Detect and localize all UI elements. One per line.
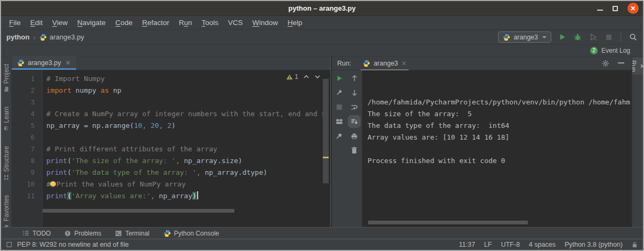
line-number[interactable]: 4 bbox=[12, 108, 42, 120]
line-number[interactable]: 1 bbox=[12, 73, 42, 85]
clear-all-icon[interactable] bbox=[350, 146, 358, 155]
navigation-toolbar: python › arange3.py arange3 bbox=[1, 30, 643, 45]
gear-icon[interactable] bbox=[602, 60, 609, 67]
editor[interactable]: 1234567891011 # Import Numpyimport numpy… bbox=[12, 70, 330, 227]
todo-list-icon bbox=[22, 230, 29, 236]
line-number[interactable]: 9 bbox=[12, 167, 42, 179]
tool-window-button-terminal[interactable]: Terminal bbox=[115, 230, 149, 237]
prev-warning-icon[interactable] bbox=[303, 75, 309, 79]
run-tab-arange3[interactable]: arange3 ✕ bbox=[358, 56, 411, 70]
toolbar-divider bbox=[621, 33, 621, 42]
breadcrumb-project[interactable]: python bbox=[6, 33, 29, 41]
settings-wrench-icon[interactable] bbox=[335, 88, 344, 97]
intention-bulb-icon[interactable] bbox=[50, 181, 56, 187]
tool-window-button-structure[interactable]: Structure bbox=[3, 146, 10, 180]
status-widget[interactable]: 11:37 bbox=[459, 241, 475, 248]
warning-stripe-mark[interactable] bbox=[323, 157, 329, 158]
status-widget[interactable]: Python 3.8 (python) bbox=[565, 241, 623, 248]
code-line-8[interactable]: print('The size of the array: ', np_arra… bbox=[43, 155, 330, 167]
line-number[interactable]: 10 bbox=[12, 179, 42, 190]
menu-help[interactable]: Help bbox=[283, 19, 307, 27]
restore-layout-icon[interactable] bbox=[335, 117, 344, 126]
editor-vertical-scrollbar[interactable] bbox=[323, 79, 329, 183]
up-stack-icon[interactable] bbox=[350, 74, 358, 83]
title-bar: python – arange3.py ✕ bbox=[1, 1, 643, 16]
menu-code[interactable]: Code bbox=[110, 19, 137, 27]
tool-window-button-favorites[interactable]: Favorites bbox=[3, 195, 10, 227]
code-line-11[interactable]: print('Array values are:', np_array) bbox=[43, 190, 330, 202]
search-everywhere-icon[interactable] bbox=[629, 33, 638, 42]
status-widget[interactable]: LF bbox=[484, 241, 492, 248]
editor-horizontal-scrollbar[interactable] bbox=[43, 209, 234, 213]
menu-window[interactable]: Window bbox=[248, 19, 283, 27]
console-line: Array values are: [10 12 14 16 18] bbox=[368, 132, 632, 143]
menu-vcs[interactable]: VCS bbox=[223, 19, 248, 27]
line-number[interactable]: 3 bbox=[12, 96, 42, 108]
event-log-badge[interactable]: 2 bbox=[590, 47, 598, 54]
editor-tab-arange3[interactable]: arange3.py ✕ bbox=[12, 56, 76, 70]
pin-icon[interactable] bbox=[335, 132, 344, 140]
code-line-4[interactable]: # Create a NumPy array of integer number… bbox=[43, 108, 330, 120]
tool-window-button-run[interactable]: Run bbox=[632, 58, 643, 75]
code-line-7[interactable]: # Print different attributes of the arra… bbox=[43, 143, 330, 155]
code-line-10[interactable]: #Print the values of NumPy array bbox=[43, 179, 330, 190]
line-number[interactable]: 8 bbox=[12, 155, 42, 167]
warning-indicator[interactable]: 1 bbox=[286, 73, 298, 80]
tab-close-icon[interactable]: ✕ bbox=[66, 59, 71, 67]
code-line-9[interactable]: print('The data type of the array: ', np… bbox=[43, 167, 330, 179]
line-number[interactable]: 7 bbox=[12, 143, 42, 155]
tool-window-button-todo[interactable]: TODO bbox=[22, 230, 51, 237]
tab-close-icon[interactable]: ✕ bbox=[401, 60, 406, 67]
status-widget[interactable]: UTF-8 bbox=[501, 241, 519, 248]
line-number[interactable]: 6 bbox=[12, 132, 42, 143]
menu-run[interactable]: Run bbox=[174, 19, 197, 27]
close-button[interactable]: ✕ bbox=[627, 3, 639, 14]
code-token: ( bbox=[67, 192, 71, 200]
menu-tools[interactable]: Tools bbox=[197, 19, 223, 27]
editor-gutter: 1234567891011 bbox=[12, 70, 43, 227]
debug-icon[interactable] bbox=[573, 33, 582, 42]
event-log-label[interactable]: Event Log bbox=[601, 47, 630, 54]
menu-navigate[interactable]: Navigate bbox=[72, 19, 110, 27]
run-console[interactable]: /home/fahmida/PycharmProjects/python/ven… bbox=[362, 70, 632, 227]
warning-triangle-icon bbox=[286, 74, 293, 80]
python-icon bbox=[363, 60, 370, 67]
line-number[interactable]: 5 bbox=[12, 120, 42, 132]
console-horizontal-scrollbar[interactable] bbox=[368, 221, 528, 224]
inspection-widget[interactable]: 1 bbox=[286, 73, 321, 80]
tool-window-label: Run bbox=[632, 60, 637, 72]
breadcrumb-file[interactable]: arange3.py bbox=[39, 33, 84, 41]
scroll-to-end-icon[interactable] bbox=[350, 117, 358, 126]
menu-refactor[interactable]: Refactor bbox=[137, 19, 174, 27]
print-icon[interactable] bbox=[350, 132, 358, 140]
next-warning-icon[interactable] bbox=[314, 75, 321, 79]
menu-edit[interactable]: Edit bbox=[26, 19, 47, 27]
hide-panel-icon[interactable] bbox=[618, 62, 624, 64]
line-number[interactable]: 2 bbox=[12, 85, 42, 96]
status-widget[interactable]: 4 spaces bbox=[529, 241, 556, 248]
tool-window-button-problems[interactable]: Problems bbox=[64, 230, 101, 237]
run-configuration-select[interactable]: arange3 bbox=[498, 31, 551, 43]
code-token: # Import Numpy bbox=[46, 75, 105, 83]
menu-view[interactable]: View bbox=[47, 19, 72, 27]
minimize-button[interactable] bbox=[597, 10, 603, 11]
run-icon[interactable] bbox=[558, 33, 567, 42]
code-line-2[interactable]: import numpy as np bbox=[43, 85, 330, 96]
code-token: np_array.dtype) bbox=[201, 168, 267, 176]
tool-window-button-project[interactable]: Project bbox=[3, 64, 10, 92]
soft-wrap-icon[interactable] bbox=[350, 103, 358, 111]
line-number[interactable]: 11 bbox=[12, 190, 42, 202]
window-controls: ✕ bbox=[597, 1, 639, 15]
window-icon[interactable] bbox=[6, 241, 13, 248]
code-line-3[interactable] bbox=[43, 96, 330, 108]
maximize-button[interactable] bbox=[613, 6, 618, 11]
rerun-icon[interactable] bbox=[335, 74, 344, 83]
menu-file[interactable]: File bbox=[4, 19, 26, 27]
down-stack-icon[interactable] bbox=[350, 88, 358, 97]
tool-window-button-python-console[interactable]: Python Console bbox=[164, 230, 219, 237]
code-area[interactable]: # Import Numpyimport numpy as np# Create… bbox=[43, 70, 330, 227]
console-line: The size of the array: 5 bbox=[368, 108, 632, 120]
tool-window-button-learn[interactable]: Learn bbox=[3, 107, 10, 131]
code-line-6[interactable] bbox=[43, 132, 330, 143]
code-line-5[interactable]: np_array = np.arange(10, 20, 2) bbox=[43, 120, 330, 132]
